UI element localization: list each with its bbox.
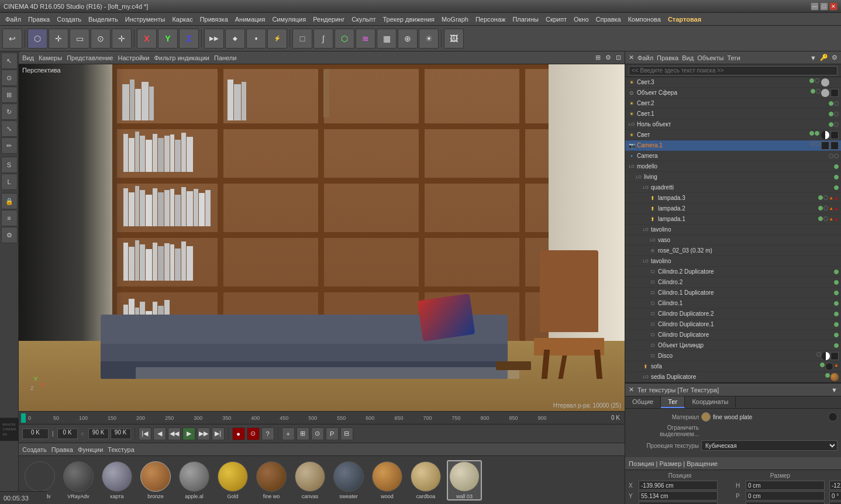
axis-y[interactable]: Y xyxy=(158,29,178,49)
material-karta[interactable]: карта xyxy=(99,461,135,499)
material-wood[interactable]: wood xyxy=(370,461,405,499)
play-reverse-btn[interactable]: ◀◀ xyxy=(168,427,181,440)
record-active-btn[interactable]: ● xyxy=(232,427,245,440)
min-frame-input[interactable]: 0 K xyxy=(57,429,78,439)
z-rot-input[interactable] xyxy=(829,502,841,504)
menu-render[interactable]: Рендеринг xyxy=(310,15,347,24)
vis-dot[interactable] xyxy=(834,301,839,306)
render-dot[interactable] xyxy=(815,141,820,146)
play-btn[interactable]: ▶ xyxy=(182,427,195,440)
rotate-tool[interactable]: ⊙ xyxy=(91,29,111,49)
vis-dot[interactable] xyxy=(825,373,830,378)
obj-item-svet2[interactable]: ☀ Свет.2 xyxy=(625,98,841,109)
deform-btn[interactable]: ≋ xyxy=(356,29,375,49)
obj-item-lampada1[interactable]: ⬆ lampada.1 ▲ ▲ xyxy=(625,214,841,225)
y-rot-input[interactable] xyxy=(829,491,841,500)
obj-item-cil1dup[interactable]: □ Cilindro.1 Duplicatore xyxy=(625,288,841,298)
render-dot[interactable] xyxy=(834,101,839,106)
anim-btn[interactable]: ♦ xyxy=(246,29,266,49)
menu-sculpt[interactable]: Скульпт xyxy=(349,15,378,24)
render-dot[interactable] xyxy=(834,122,839,127)
goto-start-btn[interactable]: |◀ xyxy=(139,427,151,440)
obj-item-svet[interactable]: ☀ Свет xyxy=(625,130,841,140)
max-frame-input[interactable]: 90 K xyxy=(88,429,109,439)
keyframe-options-btn[interactable]: ⊞ xyxy=(297,427,309,440)
menu-character[interactable]: Персонаж xyxy=(473,15,508,24)
render-dot[interactable] xyxy=(815,131,819,136)
tool-snap[interactable]: 🔒 xyxy=(1,193,18,209)
vis-dot[interactable] xyxy=(829,122,833,127)
obj-menu-tags[interactable]: Теги xyxy=(728,54,740,61)
material-sweater[interactable]: sweater xyxy=(331,461,366,499)
obj-item-svet1[interactable]: ☀ Свет.1 xyxy=(625,109,841,119)
transform-tool[interactable]: ✛ xyxy=(112,29,132,49)
add-keyframe-btn[interactable]: + xyxy=(282,427,295,440)
obj-item-sphere[interactable]: ⊙ Объект Сфера xyxy=(625,88,841,98)
mat-menu-edit[interactable]: Правка xyxy=(51,446,73,453)
p-size-input[interactable] xyxy=(746,491,825,500)
nurbs-btn[interactable]: ⬡ xyxy=(335,29,354,49)
material-cardboard[interactable]: cardboa xyxy=(408,461,443,499)
vis-dot[interactable] xyxy=(834,280,839,285)
mat-menu-functions[interactable]: Функции xyxy=(78,446,103,453)
material-gold[interactable]: Gold xyxy=(215,461,250,499)
record-btn[interactable]: ▶▶ xyxy=(204,29,224,49)
scale-tool[interactable]: ▭ xyxy=(70,29,89,49)
menu-plugins[interactable]: Плагины xyxy=(509,15,542,24)
motion-btn[interactable]: ⚡ xyxy=(267,29,287,49)
obj-item-svet3[interactable]: ☀ Свет.3 xyxy=(625,77,841,88)
mat-menu-texture[interactable]: Текстура xyxy=(108,446,134,453)
obj-item-rose[interactable]: ⊞ rose_02_03 (0.32 m) xyxy=(625,246,841,256)
vis-dot[interactable] xyxy=(818,195,823,200)
vp-menu-view2[interactable]: Представление xyxy=(67,54,113,61)
vis-dot[interactable] xyxy=(834,312,839,316)
vis-dot[interactable] xyxy=(834,291,839,295)
obj-item-tavolino2[interactable]: LO tavolino xyxy=(625,256,841,267)
vis-dot[interactable] xyxy=(809,131,814,136)
tool-select[interactable]: ↖ xyxy=(1,53,18,69)
material-vrayadv2[interactable]: VRayAdv xyxy=(61,461,96,499)
obj-item-vaso[interactable]: LO vaso xyxy=(625,235,841,246)
vis-dot[interactable] xyxy=(811,89,815,94)
vp-menu-view[interactable]: Вид xyxy=(22,54,34,61)
render-dot[interactable] xyxy=(834,154,839,158)
record-all-btn[interactable]: ⊙ xyxy=(247,427,260,440)
mat-picker[interactable] xyxy=(828,412,837,422)
vp-menu-filter[interactable]: Фильтр индикации xyxy=(154,54,209,61)
help-btn[interactable]: ? xyxy=(261,427,274,440)
menu-window[interactable]: Окно xyxy=(571,15,592,24)
timeline[interactable]: 0 50 100 150 200 250 300 350 400 450 500… xyxy=(19,411,625,424)
mat-menu-create[interactable]: Создать xyxy=(22,446,47,453)
obj-list[interactable]: ☀ Свет.3 ⊙ Объект Сфера xyxy=(625,77,841,382)
obj-manager-icon2[interactable]: ⚙ xyxy=(832,54,837,61)
obj-item-sofa[interactable]: ⬆ sofa ▲ xyxy=(625,361,841,372)
obj-item-camera[interactable]: • Camera xyxy=(625,151,841,161)
tool-scale[interactable]: ⤡ xyxy=(1,120,18,137)
vis-dot[interactable] xyxy=(834,322,839,327)
vis-dot[interactable] xyxy=(834,270,839,274)
vis-dot[interactable] xyxy=(820,363,825,367)
tool-knife[interactable]: L xyxy=(1,174,18,190)
material-swatch[interactable] xyxy=(701,412,711,422)
material-bronze[interactable]: bronze xyxy=(138,461,173,499)
vp-settings2[interactable]: ⚙ xyxy=(605,54,611,61)
light-btn[interactable]: ☀ xyxy=(419,29,439,49)
projection-select[interactable]: Кубическая xyxy=(701,440,837,451)
obj-item-quadretti[interactable]: LO quadretti xyxy=(625,182,841,193)
obj-menu-file[interactable]: Файл xyxy=(637,54,653,61)
vis-dot[interactable] xyxy=(809,78,814,83)
obj-item-null[interactable]: LO Ноль объект xyxy=(625,119,841,130)
menu-motiontracker[interactable]: Трекер движения xyxy=(380,15,437,24)
vp-menu-cameras[interactable]: Камеры xyxy=(39,54,62,61)
menu-anim[interactable]: Анимация xyxy=(232,15,268,24)
tool-move[interactable]: ⊞ xyxy=(1,87,18,103)
x-pos-input[interactable] xyxy=(639,481,718,490)
material-apple[interactable]: apple.al xyxy=(177,461,212,499)
obj-item-modello[interactable]: LO modello xyxy=(625,161,841,172)
autokey-btn[interactable]: P xyxy=(326,427,339,440)
vis-dot[interactable] xyxy=(829,112,833,116)
vis-dot[interactable] xyxy=(834,164,839,169)
obj-manager-settings[interactable]: ▼ xyxy=(810,54,816,61)
menu-start[interactable]: Стартовая xyxy=(665,15,704,24)
obj-item-cildup1[interactable]: □ Cilindro Duplicatore.1 xyxy=(625,319,841,330)
